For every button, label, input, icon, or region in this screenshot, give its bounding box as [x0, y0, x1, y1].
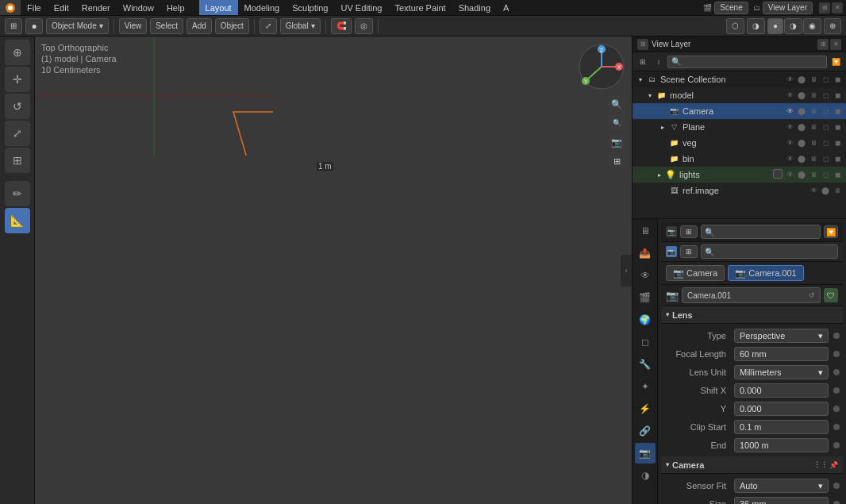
zoom-in-btn[interactable]: 🔍: [608, 95, 625, 113]
prop-cam-icon[interactable]: 📷: [666, 246, 677, 257]
fake-user-btn[interactable]: 🛡: [824, 288, 838, 302]
lights-render-icon[interactable]: ⬤: [796, 169, 807, 180]
clip-end-dot[interactable]: [833, 442, 840, 448]
panel-close-btn[interactable]: ✕: [830, 39, 841, 50]
workspace-sculpting[interactable]: Sculpting: [286, 0, 334, 15]
mode-selector[interactable]: Object Mode ▾: [46, 18, 109, 34]
render-shading[interactable]: ◉: [803, 18, 821, 34]
add-menu[interactable]: Add: [187, 18, 212, 34]
prop-tab-scene[interactable]: 🎬: [635, 287, 656, 308]
transform-gizmo[interactable]: ⤢: [260, 18, 277, 34]
rotate-tool[interactable]: ↺: [5, 94, 30, 119]
prop-search-input2[interactable]: [701, 244, 838, 259]
veg-render-icon[interactable]: ⬤: [796, 137, 807, 148]
shift-x-dot[interactable]: [833, 387, 840, 394]
cursor-tool[interactable]: ⊕: [5, 40, 30, 65]
ref-render-icon[interactable]: ⬤: [820, 185, 831, 196]
lens-unit-dropdown[interactable]: Millimeters ▾: [734, 365, 829, 379]
veg-indirect-icon[interactable]: ◼: [832, 137, 843, 148]
lens-unit-dot[interactable]: [833, 369, 840, 375]
camera-holdout-icon[interactable]: ◻: [820, 106, 831, 117]
plane-viewport-icon[interactable]: 🖥: [808, 121, 819, 133]
prop-tab-material[interactable]: ◑: [635, 465, 656, 486]
plane-vis-icon[interactable]: 👁: [784, 121, 795, 133]
xray-btn[interactable]: ◑: [747, 18, 765, 34]
outliner-bin-item[interactable]: ▸ 📁 bin 👁 ⬤ 🖥 ◻ ◼: [633, 151, 846, 167]
outliner-camera-item[interactable]: ▸ 📷 Camera 👁 ⬤ 🖥 ◻ ◼: [633, 103, 846, 119]
outliner-view-btn[interactable]: ⊞: [636, 55, 650, 69]
menu-render[interactable]: Render: [75, 0, 117, 15]
bin-holdout-icon[interactable]: ◻: [820, 153, 831, 164]
menu-edit[interactable]: Edit: [48, 0, 75, 15]
clip-start-value[interactable]: 0.1 m: [734, 420, 829, 434]
prop-tab-physics[interactable]: ⚡: [635, 398, 656, 419]
focal-length-dot[interactable]: [833, 351, 840, 357]
prop-tab-view[interactable]: 👁: [635, 265, 656, 286]
prop-tab-modifiers[interactable]: 🔧: [635, 354, 656, 375]
render-icon[interactable]: ⬤: [796, 74, 807, 85]
window-control-2[interactable]: ✕: [832, 2, 843, 13]
blender-logo[interactable]: [0, 0, 21, 15]
panel-type-btn[interactable]: ⊞: [637, 39, 648, 50]
bin-viewport-icon[interactable]: 🖥: [808, 153, 819, 164]
solid-shading[interactable]: ●: [767, 18, 783, 34]
scale-tool[interactable]: ⤢: [5, 121, 30, 146]
outliner-filter-btn[interactable]: 🔽: [829, 55, 843, 69]
proportional-edit[interactable]: ◎: [355, 18, 373, 34]
prop-view-btn[interactable]: ⊞: [680, 225, 698, 238]
plane-indirect-icon[interactable]: ◼: [832, 121, 843, 133]
camera-section-pin[interactable]: 📌: [829, 461, 838, 469]
view-menu[interactable]: View: [119, 18, 148, 34]
ref-viewport-icon[interactable]: 🖥: [832, 185, 843, 196]
camera-section-header[interactable]: ▾ Camera ⋮⋮ 📌: [661, 456, 843, 474]
overlays-btn[interactable]: ⬡: [726, 18, 744, 34]
menu-file[interactable]: File: [21, 0, 48, 15]
viewport[interactable]: Top Orthographic (1) model | Camera 10 C…: [35, 37, 632, 504]
visibility-icon[interactable]: 👁: [784, 74, 795, 85]
window-control-1[interactable]: ⊞: [819, 2, 830, 13]
annotate-tool[interactable]: ✏: [5, 181, 30, 206]
sensor-size-value[interactable]: 36 mm: [734, 497, 829, 504]
prop-filter-btn[interactable]: 🔽: [824, 225, 838, 238]
prop-tab-output[interactable]: 📤: [635, 243, 656, 264]
bin-render-icon[interactable]: ⬤: [796, 153, 807, 164]
zoom-out-btn[interactable]: 🔍: [608, 114, 625, 132]
shift-y-value[interactable]: 0.000: [734, 402, 829, 416]
camera-vis-icon[interactable]: 👁: [784, 106, 795, 117]
prop-tab-object[interactable]: ◻: [635, 332, 656, 352]
plane-holdout-icon[interactable]: ◻: [820, 121, 831, 133]
transform-space[interactable]: Global ▾: [280, 18, 321, 34]
viewport-gizmo-btn[interactable]: ⊕: [824, 18, 841, 34]
outliner-lights-item[interactable]: ▸ 💡 lights 👁 ⬤ 🖥 ◻ ◼: [633, 167, 846, 183]
view-layer-selector[interactable]: View Layer: [763, 2, 813, 14]
outliner-search[interactable]: [667, 56, 827, 68]
lens-type-dropdown[interactable]: Perspective ▾: [734, 329, 829, 343]
object-menu[interactable]: Object: [215, 18, 249, 34]
select-menu[interactable]: Select: [150, 18, 183, 34]
prop-header-btn[interactable]: 📷: [666, 226, 677, 237]
veg-holdout-icon[interactable]: ◻: [820, 137, 831, 148]
material-shading[interactable]: ◑: [784, 18, 802, 34]
veg-viewport-icon[interactable]: 🖥: [808, 137, 819, 148]
model-vis-icon[interactable]: 👁: [784, 90, 795, 101]
workspace-shading[interactable]: Shading: [452, 0, 497, 15]
workspace-modeling[interactable]: Modeling: [238, 0, 286, 15]
prop-tab-data[interactable]: 📷: [635, 443, 656, 464]
bin-vis-icon[interactable]: 👁: [784, 153, 795, 164]
indirect-icon[interactable]: ◼: [832, 74, 843, 85]
outliner-plane-item[interactable]: ▸ ▽ Plane 👁 ⬤ 🖥 ◻ ◼: [633, 119, 846, 135]
prop-view-btn2[interactable]: ⊞: [680, 245, 698, 258]
menu-help[interactable]: Help: [160, 0, 191, 15]
workspace-extra[interactable]: A: [497, 0, 515, 15]
shift-y-dot[interactable]: [833, 406, 840, 412]
lights-holdout-icon[interactable]: ◻: [820, 169, 831, 180]
shift-x-value[interactable]: 0.000: [734, 383, 829, 398]
camera-section-dots[interactable]: ⋮⋮: [813, 461, 828, 469]
axis-gizmo[interactable]: Z X Y: [578, 43, 625, 90]
model-indirect-icon[interactable]: ◼: [832, 90, 843, 101]
camera-name-dropdown[interactable]: Camera.001 ↺: [682, 287, 821, 303]
lens-type-dot[interactable]: [833, 333, 840, 339]
transform-tool[interactable]: ⊞: [5, 148, 30, 173]
grid-view-btn[interactable]: ⊞: [608, 152, 625, 170]
model-render-icon[interactable]: ⬤: [796, 90, 807, 101]
